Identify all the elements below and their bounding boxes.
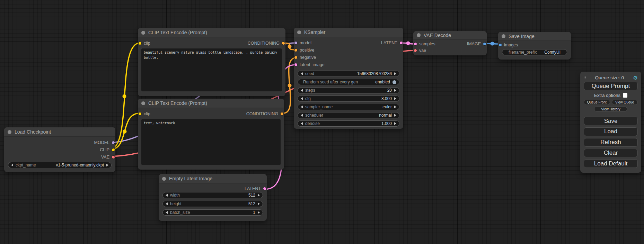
widget-name: sampler_name [305, 105, 333, 109]
increment-arrow-icon[interactable] [394, 89, 396, 92]
decrement-arrow-icon[interactable] [166, 211, 168, 214]
node-ksampler[interactable]: KSampler model LATENT positive negative … [294, 28, 403, 129]
seed-widget[interactable]: seed 156680208700286 [298, 71, 399, 77]
widget-name: filename_prefix [509, 50, 537, 55]
extra-options-checkbox[interactable] [623, 93, 627, 98]
clip-input-port[interactable] [138, 112, 142, 116]
increment-arrow-icon[interactable] [394, 72, 396, 75]
node-vae-decode[interactable]: VAE Decode samples IMAGE vae [413, 31, 487, 55]
random-seed-widget[interactable]: Random seed after every gen enabled [298, 79, 399, 85]
collapse-dot-icon[interactable] [141, 31, 145, 35]
input-label: model [300, 40, 311, 45]
scheduler-widget[interactable]: scheduler normal [298, 112, 399, 118]
node-header[interactable]: CLIP Text Encode (Prompt) [138, 99, 284, 108]
increment-arrow-icon[interactable] [258, 194, 260, 197]
widget-name: Random seed after every gen [303, 80, 358, 84]
clear-button[interactable]: Clear [584, 149, 638, 157]
decrement-arrow-icon[interactable] [166, 194, 168, 197]
view-queue-button[interactable]: View Queue [612, 100, 638, 105]
negative-input-port[interactable] [294, 56, 298, 59]
increment-arrow-icon[interactable] [394, 114, 396, 117]
samples-input-port[interactable] [414, 42, 417, 46]
load-button[interactable]: Load [584, 127, 638, 136]
vae-input-port[interactable] [414, 49, 417, 52]
filename-prefix-widget[interactable]: filename_prefix ComfyUI [502, 49, 567, 55]
positive-input-port[interactable] [294, 48, 298, 52]
node-load-checkpoint[interactable]: Load Checkpoint MODEL CLIP VAE ckpt_name… [4, 127, 115, 172]
queue-front-button[interactable]: Queue Front [584, 100, 610, 105]
widget-value: normal [379, 113, 392, 118]
width-widget[interactable]: width 512 [162, 192, 263, 198]
load-default-button[interactable]: Load Default [584, 159, 638, 168]
model-input-port[interactable] [294, 41, 298, 45]
collapse-dot-icon[interactable] [141, 101, 145, 105]
widget-value: 1.000 [381, 121, 392, 126]
refresh-button[interactable]: Refresh [584, 138, 638, 147]
node-clip-text-encode-positive[interactable]: CLIP Text Encode (Prompt) clip CONDITION… [138, 28, 285, 96]
node-header[interactable]: Save Image [498, 32, 571, 41]
collapse-dot-icon[interactable] [162, 177, 166, 181]
sampler-name-widget[interactable]: sampler_name euler [298, 104, 399, 110]
queue-prompt-button[interactable]: Queue Prompt [584, 82, 638, 90]
decrement-arrow-icon[interactable] [301, 122, 303, 125]
clip-output-port[interactable] [112, 148, 115, 152]
view-history-button[interactable]: View History [594, 107, 627, 111]
decrement-arrow-icon[interactable] [166, 202, 168, 205]
collapse-dot-icon[interactable] [297, 30, 301, 34]
increment-arrow-icon[interactable] [258, 211, 260, 214]
node-title: Save Image [509, 34, 535, 39]
link-dot [123, 130, 127, 134]
node-title: KSampler [304, 29, 325, 35]
decrement-arrow-icon[interactable] [301, 106, 303, 108]
image-output-port[interactable] [483, 42, 486, 46]
increment-arrow-icon[interactable] [394, 122, 396, 125]
widget-name: width [170, 193, 180, 198]
decrement-arrow-icon[interactable] [301, 72, 303, 75]
latent-image-input-port[interactable] [294, 63, 298, 66]
node-save-image[interactable]: Save Image images filename_prefix ComfyU… [498, 32, 571, 60]
cfg-widget[interactable]: cfg 8.000 [298, 96, 399, 102]
collapse-dot-icon[interactable] [417, 33, 421, 37]
node-canvas[interactable]: Load Checkpoint MODEL CLIP VAE ckpt_name… [0, 0, 644, 244]
node-header[interactable]: CLIP Text Encode (Prompt) [138, 28, 285, 37]
decrement-arrow-icon[interactable] [301, 89, 303, 92]
widget-name: denoise [305, 121, 320, 126]
clip-input-port[interactable] [138, 42, 142, 45]
decrement-arrow-icon[interactable] [301, 114, 303, 117]
conditioning-output-port[interactable] [280, 112, 284, 116]
input-label: clip [144, 111, 150, 116]
decrement-arrow-icon[interactable] [301, 97, 303, 100]
toggle-dot-icon[interactable] [392, 80, 396, 84]
prompt-text-input[interactable]: beautiful scenery nature glass bottle la… [141, 48, 282, 91]
increment-arrow-icon[interactable] [394, 97, 396, 100]
vae-output-port[interactable] [112, 155, 115, 159]
model-output-port[interactable] [112, 141, 115, 144]
widget-value: 8.000 [381, 96, 392, 101]
steps-widget[interactable]: steps 20 [298, 87, 399, 93]
prompt-text-input[interactable]: text, watermark [141, 119, 281, 165]
save-button[interactable]: Save [584, 117, 638, 125]
collapse-dot-icon[interactable] [502, 34, 505, 38]
collapse-dot-icon[interactable] [8, 130, 11, 134]
images-input-port[interactable] [499, 43, 502, 47]
gear-icon[interactable]: ⚙ [633, 75, 638, 80]
node-header[interactable]: Load Checkpoint [4, 127, 115, 137]
ckpt-name-widget[interactable]: ckpt_name v1-5-pruned-emaonly.ckpt [8, 162, 112, 168]
decrement-arrow-icon[interactable] [11, 164, 13, 166]
batch-size-widget[interactable]: batch_size 1 [162, 209, 263, 216]
node-empty-latent-image[interactable]: Empty Latent Image LATENT width 512 heig… [159, 174, 267, 221]
conditioning-output-port[interactable] [282, 42, 285, 45]
denoise-widget[interactable]: denoise 1.000 [298, 120, 399, 127]
node-header[interactable]: VAE Decode [413, 31, 487, 39]
latent-output-port[interactable] [263, 187, 266, 190]
latent-output-port[interactable] [399, 41, 403, 45]
node-clip-text-encode-negative[interactable]: CLIP Text Encode (Prompt) clip CONDITION… [138, 99, 284, 170]
link-dot [288, 45, 292, 48]
queue-panel[interactable]: Queue size: 0 ⚙ Queue Prompt Extra optio… [580, 72, 641, 173]
increment-arrow-icon[interactable] [258, 202, 260, 205]
node-header[interactable]: Empty Latent Image [159, 174, 267, 183]
increment-arrow-icon[interactable] [106, 164, 108, 166]
increment-arrow-icon[interactable] [394, 106, 396, 108]
height-widget[interactable]: height 512 [162, 201, 263, 207]
node-header[interactable]: KSampler [294, 28, 403, 37]
